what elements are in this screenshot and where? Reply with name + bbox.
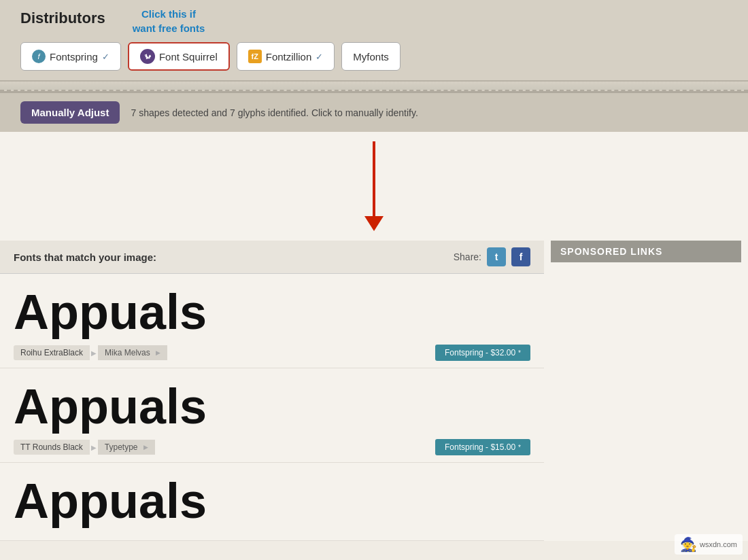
arrow-head [364, 216, 384, 231]
distributors-section: Distributors Click this if want free fon… [0, 0, 748, 82]
buy-button-2[interactable]: Fontspring - $15.00 [435, 439, 530, 455]
facebook-share-button[interactable]: f [511, 247, 530, 266]
font-meta-1: Roihu ExtraBlack ▶ Mika Melvas Fontsprin… [14, 345, 530, 361]
fontsquirrel-button[interactable]: 🐿 Font Squirrel [128, 42, 230, 71]
watermark-text: wsxdn.com [700, 540, 737, 548]
myfonts-label: Myfonts [353, 51, 389, 63]
myfonts-button[interactable]: Myfonts [341, 42, 401, 71]
separator-2: ▶ [90, 444, 98, 451]
fontzillion-icon: fZ [248, 50, 262, 63]
fontspring-icon: f [32, 50, 46, 63]
main-content: Fonts that match your image: Share: t f … [0, 241, 748, 541]
font-preview-1: Appuals [14, 287, 530, 336]
sidebar: Sponsored Links [544, 241, 748, 541]
font-preview-3: Appuals [14, 476, 530, 525]
font-author-2: Typetype [98, 440, 155, 455]
watermark: 🧙 wsxdn.com [675, 534, 743, 555]
buy-button-1[interactable]: Fontspring - $32.00 [435, 345, 530, 361]
click-hint: Click this if want free fonts [133, 7, 205, 35]
sponsored-header: Sponsored Links [551, 241, 741, 262]
font-name-1: Roihu ExtraBlack [14, 345, 90, 360]
fontsquirrel-icon: 🐿 [140, 49, 155, 64]
font-result-3: Appuals [0, 463, 544, 541]
manually-description: 7 shapes detected and 7 glyphs identifie… [131, 107, 418, 118]
distributors-title: Distributors [20, 7, 105, 27]
font-result-2: Appuals TT Rounds Black ▶ Typetype Fonts… [0, 368, 544, 463]
font-name-2: TT Rounds Black [14, 440, 90, 455]
share-label: Share: [454, 251, 481, 262]
watermark-char: 🧙 [680, 536, 697, 553]
fontspring-check: ✓ [102, 52, 109, 62]
separator-1: ▶ [90, 349, 98, 357]
arrow-line [373, 141, 375, 216]
click-hint-line1: Click this if [133, 7, 205, 21]
results-section: Fonts that match your image: Share: t f … [0, 241, 544, 541]
distributors-header: Distributors Click this if want free fon… [20, 7, 728, 35]
font-meta-2: TT Rounds Black ▶ Typetype Fontspring - … [14, 439, 530, 455]
red-arrow [364, 141, 384, 231]
click-hint-line2: want free fonts [133, 21, 205, 35]
fontzillion-label: Fontzillion [266, 51, 312, 63]
fontzillion-button[interactable]: fZ Fontzillion ✓ [237, 42, 335, 71]
arrow-section [0, 132, 748, 241]
fontspring-button[interactable]: f Fontspring ✓ [20, 42, 121, 71]
fonts-header-title: Fonts that match your image: [14, 251, 156, 263]
fontspring-label: Fontspring [50, 51, 98, 63]
manually-adjust-button[interactable]: Manually Adjust [20, 101, 120, 124]
wavy-divider [0, 82, 748, 91]
manually-bar: Manually Adjust 7 shapes detected and 7 … [0, 91, 748, 132]
font-result-1: Appuals Roihu ExtraBlack ▶ Mika Melvas F… [0, 274, 544, 368]
distributor-buttons: f Fontspring ✓ 🐿 Font Squirrel fZ Fontzi… [20, 42, 728, 71]
twitter-share-button[interactable]: t [487, 247, 506, 266]
font-preview-2: Appuals [14, 382, 530, 431]
fontzillion-check: ✓ [316, 52, 323, 62]
fontsquirrel-label: Font Squirrel [159, 51, 218, 63]
fonts-header: Fonts that match your image: Share: t f [0, 241, 544, 274]
font-author-1: Mika Melvas [98, 345, 167, 360]
share-area: Share: t f [454, 247, 530, 266]
